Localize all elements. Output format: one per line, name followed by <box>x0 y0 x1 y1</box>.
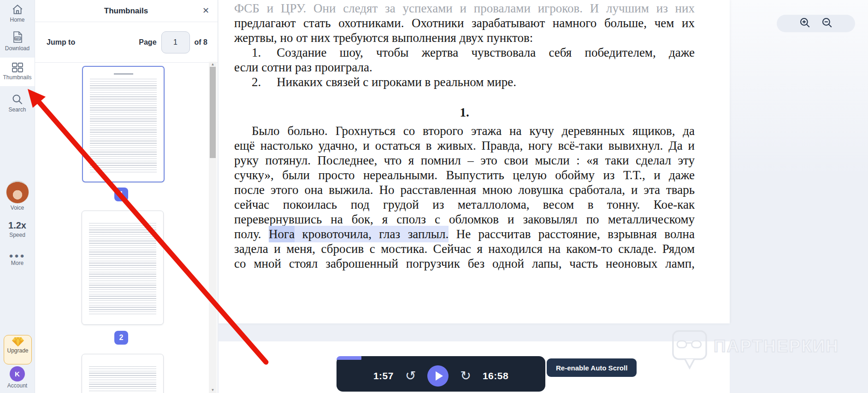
doc-text: Не рассчитав расстояние, взрывная волна <box>449 227 695 241</box>
sidebar-item-label: Home <box>0 17 35 23</box>
document-page: ФСБ и ЦРУ. Они следят за успехами и пров… <box>218 0 730 323</box>
zoom-in-icon[interactable] <box>799 17 811 30</box>
doc-line: задела и меня, сбросив с мостика. Сейчас… <box>234 241 695 256</box>
account-avatar: K <box>10 366 25 381</box>
list-text: Никаких связей с игроками в реальном мир… <box>277 75 516 89</box>
doc-text: полу. <box>234 227 269 241</box>
doc-line: руку потянул. Последнее, что я помнил – … <box>234 153 695 168</box>
doc-list-line: 1.Создание шоу, чтобы жертва чувствовала… <box>234 45 695 60</box>
voice-avatar <box>6 181 29 204</box>
sidebar-item-label: Voice <box>0 205 35 211</box>
page-number-badge: 2 <box>114 331 128 345</box>
current-time: 1:57 <box>373 370 394 381</box>
doc-line: сучку», были просто нереальными. Выпусти… <box>234 168 695 182</box>
thumb-text-lines <box>89 366 156 393</box>
zoom-controls <box>777 15 855 32</box>
total-time: 16:58 <box>483 370 508 381</box>
thumbnails-panel: Thumbnails ✕ Jump to Page of 8 1 2 ▲ ▼ <box>35 0 218 393</box>
doc-line: сейчас покоилась под грудой из металлоло… <box>234 197 695 212</box>
diamond-icon <box>4 336 31 347</box>
sidebar-item-label: Speed <box>0 232 35 238</box>
doc-line: Было больно. Грохнуться со второго этажа… <box>234 123 695 138</box>
doc-line-highlighted: полу. Нога кровоточила, глаз заплыл. Не … <box>234 227 695 241</box>
upgrade-button[interactable]: Upgrade <box>4 335 32 364</box>
doc-line: со мной стоял заброшенный погрузчик без … <box>234 256 695 271</box>
watermark-logo <box>671 329 709 371</box>
page-total-label: of 8 <box>195 38 207 47</box>
page-number-badge: 1 <box>114 188 128 201</box>
play-button[interactable] <box>427 365 449 387</box>
page-number-input[interactable] <box>161 31 190 53</box>
sidebar-item-download[interactable]: MP3 Download <box>0 30 35 52</box>
doc-line: ФСБ и ЦРУ. Они следят за успехами и пров… <box>234 1 695 16</box>
sidebar-item-label: Download <box>0 45 35 52</box>
doc-line: если сотни раз проиграла. <box>234 60 695 75</box>
list-number: 1. <box>252 45 261 60</box>
download-mp3-icon: MP3 <box>0 30 35 44</box>
reader-main-area: ФСБ и ЦРУ. Они следят за успехами и пров… <box>218 0 868 393</box>
close-icon[interactable]: ✕ <box>202 0 209 22</box>
reenable-autoscroll-button[interactable]: Re-enable Auto Scroll <box>547 358 637 377</box>
sidebar-item-search[interactable]: Search <box>0 93 35 113</box>
sidebar-item-more[interactable]: ●●● More <box>0 252 35 266</box>
sidebar-item-thumbnails[interactable]: Thumbnails <box>0 58 35 86</box>
page-thumbnail-2[interactable] <box>82 211 164 325</box>
watermark-text: ПАРТНЕРКИН <box>714 337 839 356</box>
page-thumbnail-3[interactable] <box>82 354 164 393</box>
panel-title: Thumbnails <box>35 0 218 22</box>
thumb-title-line <box>114 73 133 75</box>
panel-scrollbar[interactable]: ▲ ▼ <box>209 62 217 393</box>
sidebar-item-label: Thumbnails <box>0 74 35 81</box>
doc-line: ещё настолько удачно, и остаться в живых… <box>234 138 695 153</box>
forward-icon[interactable]: ↻ <box>460 370 471 382</box>
sidebar-item-voice[interactable]: Voice <box>0 181 35 211</box>
sidebar-item-speed[interactable]: 1.2x Speed <box>0 220 35 238</box>
document-text: ФСБ и ЦРУ. Они следят за успехами и пров… <box>218 1 730 271</box>
scrollbar-thumb[interactable] <box>210 67 216 158</box>
thumbnails-panel-header: Thumbnails ✕ <box>35 0 218 22</box>
play-icon <box>436 371 443 381</box>
jump-to-row: Jump to Page of 8 <box>35 22 218 63</box>
thumb-text-lines <box>90 79 157 173</box>
rewind-icon[interactable]: ↺ <box>405 370 416 382</box>
sidebar-item-home[interactable]: Home <box>0 4 35 23</box>
speed-value: 1.2x <box>0 220 35 231</box>
sidebar-item-label: Account <box>0 382 35 389</box>
jump-to-label: Jump to <box>47 38 75 47</box>
thumb-text-lines <box>89 223 156 316</box>
page-label: Page <box>139 38 156 47</box>
thumbnails-grid-icon <box>0 62 35 73</box>
sidebar: Home MP3 Download Thumbnails Search Voic… <box>0 0 35 393</box>
tts-sentence-highlight: кровоточила, глаз заплыл. <box>295 226 449 242</box>
search-icon <box>0 93 35 106</box>
playback-progress-bar[interactable] <box>337 356 361 360</box>
home-icon <box>0 4 35 16</box>
sidebar-item-label: Search <box>0 106 35 113</box>
scroll-down-icon[interactable]: ▼ <box>209 387 217 393</box>
svg-text:MP3: MP3 <box>15 37 20 40</box>
tts-current-word-highlight: Нога <box>269 226 295 242</box>
sidebar-item-label: More <box>0 260 35 266</box>
more-dots-icon: ●●● <box>0 252 35 259</box>
zoom-out-icon[interactable] <box>821 17 833 30</box>
doc-list-line: 2.Никаких связей с игроками в реальном м… <box>234 75 695 89</box>
doc-line: жертвы, но от них требуются выполнения д… <box>234 30 695 45</box>
sidebar-item-account[interactable]: K Account <box>0 366 35 389</box>
doc-line: после этого она выжила. Но расставленная… <box>234 182 695 197</box>
upgrade-label: Upgrade <box>4 347 31 354</box>
chapter-heading: 1. <box>234 105 695 120</box>
audio-player: 1:57 ↺ ↻ 16:58 <box>337 356 545 392</box>
doc-line: предлагают стать охотниками. Охотники за… <box>234 16 695 30</box>
page-thumbnail-1[interactable] <box>82 66 165 182</box>
list-text: Создание шоу, чтобы жертва чувствовала с… <box>277 46 695 59</box>
doc-line: перевернувшись на бок, я сполз с обломко… <box>234 212 695 227</box>
list-number: 2. <box>252 75 261 89</box>
